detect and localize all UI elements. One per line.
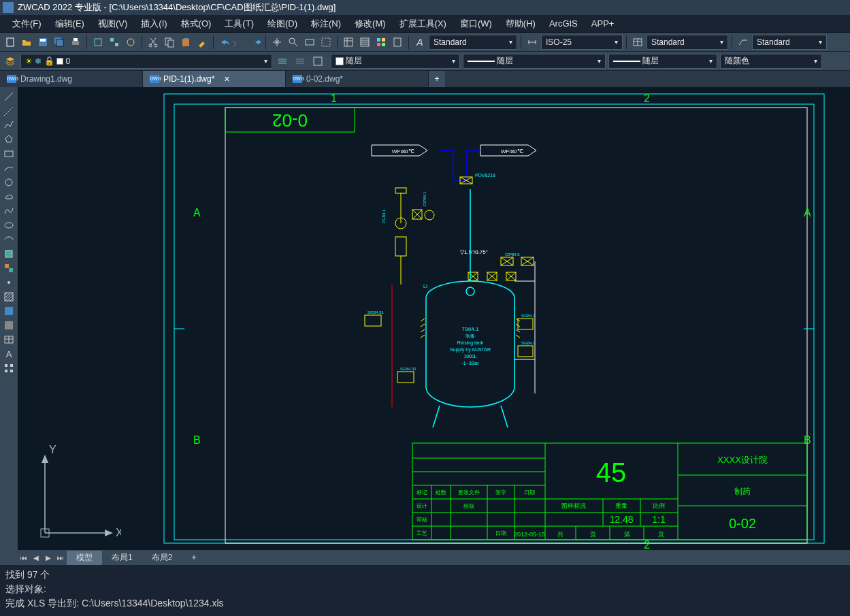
color-dropdown[interactable]: 随层▾ <box>331 54 460 69</box>
model-tab[interactable]: 模型 <box>67 551 102 565</box>
insert-icon[interactable] <box>1 247 16 261</box>
region-icon[interactable] <box>1 319 16 332</box>
svg-text:校核: 校核 <box>463 503 474 509</box>
print-icon[interactable] <box>68 35 83 50</box>
props-icon[interactable] <box>341 35 356 50</box>
add-tab-button[interactable]: + <box>429 71 445 87</box>
menu-dim[interactable]: 标注(N) <box>304 15 348 33</box>
nav-last-icon[interactable]: ⏭ <box>54 551 67 564</box>
svg-rect-0 <box>7 38 14 46</box>
svg-rect-78 <box>518 319 533 329</box>
dwg-icon: DWG <box>150 75 159 83</box>
mleaderstyle-icon[interactable] <box>736 35 751 50</box>
saveall-icon[interactable] <box>52 35 67 50</box>
zoomwin-icon[interactable] <box>318 35 333 50</box>
point-icon[interactable] <box>1 276 16 289</box>
zoom-icon[interactable] <box>286 35 301 50</box>
zoomext-icon[interactable] <box>302 35 317 50</box>
layermgr-icon[interactable] <box>3 54 18 69</box>
file-tab-drawing1[interactable]: DWGDrawing1.dwg <box>0 71 143 87</box>
undo-icon[interactable] <box>217 35 239 50</box>
xline-icon[interactable] <box>1 104 16 118</box>
menu-extools[interactable]: 扩展工具(X) <box>393 15 453 33</box>
menu-arcgis[interactable]: ArcGIS <box>542 16 585 31</box>
polygon-icon[interactable] <box>1 133 16 146</box>
mtext-icon[interactable]: A <box>1 347 16 361</box>
nav-next-icon[interactable]: ▶ <box>42 551 54 564</box>
textstyle-dropdown[interactable]: Standard▾ <box>429 35 517 50</box>
svg-text:处数: 处数 <box>436 489 446 496</box>
svg-rect-23 <box>382 38 385 42</box>
cut-icon[interactable] <box>146 35 161 50</box>
tool-icon-1[interactable] <box>91 35 105 50</box>
moretools-icon[interactable] <box>1 361 16 375</box>
drawing-canvas[interactable]: 1 2 2 A A B B 0-02 WFI80℃ WFI80℃ <box>18 87 850 550</box>
menu-appplus[interactable]: APP+ <box>585 16 621 31</box>
svg-text:WFI80℃: WFI80℃ <box>392 148 414 155</box>
menu-view[interactable]: 视图(V) <box>91 15 134 33</box>
add-layout-button[interactable]: + <box>182 551 206 564</box>
layerprev-icon[interactable] <box>293 54 308 69</box>
file-tab-002[interactable]: DWG0-02.dwg* <box>286 71 429 87</box>
menu-file[interactable]: 文件(F) <box>5 15 48 33</box>
menu-edit[interactable]: 编辑(E) <box>48 15 91 33</box>
tool-icon-3[interactable] <box>123 35 138 50</box>
linetype-dropdown[interactable]: 随层▾ <box>463 54 606 69</box>
nav-prev-icon[interactable]: ◀ <box>30 551 42 564</box>
new-icon[interactable] <box>3 35 18 50</box>
textstyle-icon[interactable]: A <box>412 35 427 50</box>
calc-icon[interactable] <box>390 35 405 50</box>
svg-line-89 <box>501 406 508 427</box>
gradient-icon[interactable] <box>1 304 16 318</box>
command-line[interactable]: 找到 97 个 选择对象: 完成 XLS 导出到: C:\Users\13344… <box>0 565 850 611</box>
matchprop-icon[interactable] <box>195 35 210 50</box>
tool-icon-2[interactable] <box>107 35 122 50</box>
ellipse-icon[interactable] <box>1 218 16 232</box>
svg-rect-5 <box>72 41 79 45</box>
revcloud-icon[interactable] <box>1 190 16 204</box>
svg-text:设计: 设计 <box>416 503 427 509</box>
menu-insert[interactable]: 插入(I) <box>134 15 174 33</box>
open-icon[interactable] <box>19 35 34 50</box>
hatch-icon[interactable] <box>1 290 16 304</box>
layout1-tab[interactable]: 布局1 <box>102 551 142 565</box>
close-tab-icon[interactable]: × <box>224 74 229 84</box>
layeriso-icon[interactable] <box>275 54 290 69</box>
save-icon[interactable] <box>35 35 50 50</box>
copy-icon[interactable] <box>162 35 177 50</box>
layer-dropdown[interactable]: ☀ ❄ 🔓 0▾ <box>20 54 272 69</box>
tablestyle-dropdown[interactable]: Standard▾ <box>647 35 728 50</box>
pan-icon[interactable] <box>269 35 284 50</box>
line-icon[interactable] <box>1 90 16 103</box>
mleaderstyle-dropdown[interactable]: Standard▾ <box>752 35 827 50</box>
dimstyle-icon[interactable] <box>525 35 540 50</box>
layout2-tab[interactable]: 布局2 <box>142 551 182 565</box>
arc-icon[interactable] <box>1 161 16 175</box>
redo-icon[interactable] <box>240 35 262 50</box>
table-icon[interactable] <box>1 333 16 346</box>
pline-icon[interactable] <box>1 118 16 132</box>
layerstate-icon[interactable] <box>310 54 325 69</box>
block-icon[interactable] <box>1 261 16 275</box>
menu-format[interactable]: 格式(O) <box>174 15 218 33</box>
menu-window[interactable]: 窗口(W) <box>453 15 499 33</box>
menu-help[interactable]: 帮助(H) <box>499 15 542 33</box>
circle-icon[interactable] <box>1 176 16 189</box>
file-tab-pid1[interactable]: DWGPID-1(1).dwg*× <box>143 71 286 87</box>
menu-modify[interactable]: 修改(M) <box>348 15 393 33</box>
rectangle-icon[interactable] <box>1 147 16 161</box>
dimstyle-dropdown[interactable]: ISO-25▾ <box>541 35 623 50</box>
plotstyle-dropdown[interactable]: 随颜色▾ <box>720 54 822 69</box>
designcenter-icon[interactable] <box>357 35 372 50</box>
ellipsearc-icon[interactable] <box>1 233 16 246</box>
svg-text:1000L: 1000L <box>463 354 477 359</box>
lineweight-dropdown[interactable]: 随层▾ <box>608 54 717 69</box>
nav-first-icon[interactable]: ⏮ <box>18 551 30 564</box>
spline-icon[interactable] <box>1 204 16 218</box>
tablestyle-icon[interactable] <box>630 35 645 50</box>
menu-tools[interactable]: 工具(T) <box>218 15 261 33</box>
paste-icon[interactable] <box>178 35 193 50</box>
menu-draw[interactable]: 绘图(D) <box>261 15 304 33</box>
toolpalette-icon[interactable] <box>374 35 389 50</box>
svg-rect-29 <box>5 151 13 157</box>
